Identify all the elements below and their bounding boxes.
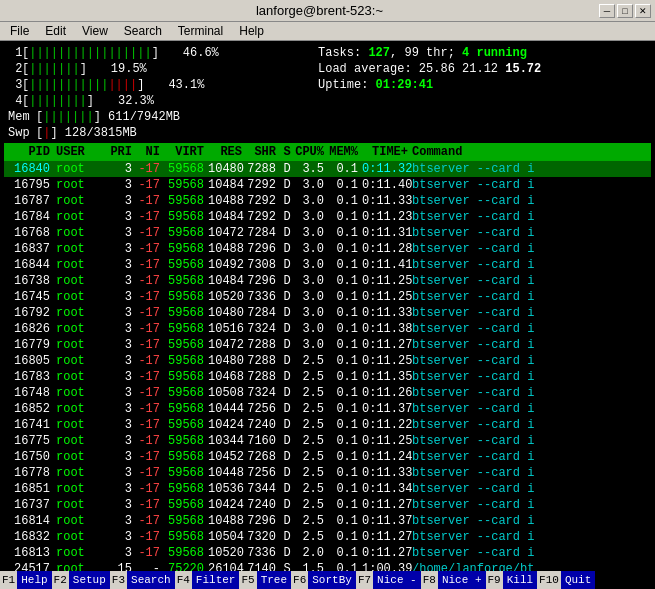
proc-s: D [280,386,294,400]
fkey-f7[interactable]: F7 Nice - [356,571,421,589]
table-row[interactable]: 16748 root 3 -17 59568 10508 7324 D 2.5 … [4,385,651,401]
proc-virt: 59568 [164,274,208,288]
cpu1-line: 1 [ ||||||||||||||||| ] 46.6% [8,45,308,61]
proc-time: 0:11.37 [362,514,412,528]
proc-shr: 7344 [246,482,280,496]
proc-ni: -17 [136,482,164,496]
proc-cmd: btserver --card i [412,402,647,416]
proc-virt: 59568 [164,450,208,464]
maximize-button[interactable]: □ [617,4,633,18]
table-row[interactable]: 16778 root 3 -17 59568 10448 7256 D 2.5 … [4,465,651,481]
minimize-button[interactable]: ─ [599,4,615,18]
cpu4-line: 4 [ |||||||| ] 32.3% [8,93,308,109]
fkey-num-F1: F1 [0,571,17,589]
fkey-f3[interactable]: F3 Search [110,571,175,589]
fkey-label-F8: Nice + [438,571,486,589]
table-row[interactable]: 16814 root 3 -17 59568 10488 7296 D 2.5 … [4,513,651,529]
table-row[interactable]: 16792 root 3 -17 59568 10480 7284 D 3.0 … [4,305,651,321]
proc-mem: 0.1 [328,258,362,272]
menu-item-view[interactable]: View [74,23,116,39]
menu-item-help[interactable]: Help [231,23,272,39]
tasks-running-suffix: running [469,46,527,60]
proc-s: D [280,498,294,512]
proc-res: 10516 [208,322,246,336]
load-v2: 21.12 [462,62,505,76]
fkey-f10[interactable]: F10 Quit [537,571,595,589]
proc-s: D [280,418,294,432]
fkey-f2[interactable]: F2 Setup [52,571,110,589]
cpu4-num: 4 [8,94,22,108]
table-row[interactable]: 16750 root 3 -17 59568 10452 7268 D 2.5 … [4,449,651,465]
table-row[interactable]: 16775 root 3 -17 59568 10344 7160 D 2.5 … [4,433,651,449]
fkey-num-F4: F4 [175,571,192,589]
tasks-line: Tasks: 127 , 99 thr; 4 running [318,45,647,61]
proc-shr: 7288 [246,162,280,176]
proc-user: root [56,514,108,528]
proc-ni: -17 [136,258,164,272]
proc-cmd: btserver --card i [412,530,647,544]
table-row[interactable]: 16738 root 3 -17 59568 10484 7296 D 3.0 … [4,273,651,289]
proc-virt: 59568 [164,514,208,528]
proc-cpu: 3.0 [294,258,328,272]
fkey-f5[interactable]: F5 Tree [239,571,291,589]
table-row[interactable]: 16741 root 3 -17 59568 10424 7240 D 2.5 … [4,417,651,433]
close-button[interactable]: ✕ [635,4,651,18]
proc-shr: 7240 [246,418,280,432]
proc-cmd: btserver --card i [412,290,647,304]
swp-line: Swp [ | ] 128/3815MB [8,125,308,141]
table-row[interactable]: 16787 root 3 -17 59568 10488 7292 D 3.0 … [4,193,651,209]
proc-user: root [56,402,108,416]
table-row[interactable]: 16851 root 3 -17 59568 10536 7344 D 2.5 … [4,481,651,497]
proc-res: 10488 [208,194,246,208]
proc-ni: -17 [136,290,164,304]
proc-pid: 16837 [8,242,56,256]
table-row[interactable]: 16844 root 3 -17 59568 10492 7308 D 3.0 … [4,257,651,273]
proc-s: D [280,226,294,240]
fkey-f8[interactable]: F8 Nice + [421,571,486,589]
table-row[interactable]: 16737 root 3 -17 59568 10424 7240 D 2.5 … [4,497,651,513]
proc-time: 0:11.25 [362,354,412,368]
proc-pri: 3 [108,402,136,416]
table-row[interactable]: 16779 root 3 -17 59568 10472 7288 D 3.0 … [4,337,651,353]
table-row[interactable]: 16784 root 3 -17 59568 10484 7292 D 3.0 … [4,209,651,225]
cpu3-line: 3 [ ||||||||||| |||| ] 43.1% [8,77,308,93]
proc-mem: 0.1 [328,226,362,240]
proc-pid: 16779 [8,338,56,352]
table-row[interactable]: 16795 root 3 -17 59568 10484 7292 D 3.0 … [4,177,651,193]
proc-res: 10520 [208,546,246,560]
fkey-f9[interactable]: F9 Kill [486,571,538,589]
cpu1-bar-green: ||||||||||||||||| [29,46,151,60]
proc-pri: 3 [108,466,136,480]
table-row[interactable]: 16805 root 3 -17 59568 10480 7288 D 2.5 … [4,353,651,369]
table-row[interactable]: 16852 root 3 -17 59568 10444 7256 D 2.5 … [4,401,651,417]
menu-item-file[interactable]: File [2,23,37,39]
proc-mem: 0.1 [328,338,362,352]
proc-user: root [56,210,108,224]
table-row[interactable]: 16837 root 3 -17 59568 10488 7296 D 3.0 … [4,241,651,257]
table-row[interactable]: 16826 root 3 -17 59568 10516 7324 D 3.0 … [4,321,651,337]
proc-mem: 0.1 [328,162,362,176]
proc-time: 0:11.26 [362,386,412,400]
table-row[interactable]: 16768 root 3 -17 59568 10472 7284 D 3.0 … [4,225,651,241]
proc-mem: 0.1 [328,386,362,400]
proc-mem: 0.1 [328,354,362,368]
table-row[interactable]: 16745 root 3 -17 59568 10520 7336 D 3.0 … [4,289,651,305]
fkey-f4[interactable]: F4 Filter [175,571,240,589]
proc-pri: 3 [108,290,136,304]
table-row[interactable]: 16783 root 3 -17 59568 10468 7288 D 2.5 … [4,369,651,385]
proc-shr: 7324 [246,322,280,336]
menu-item-search[interactable]: Search [116,23,170,39]
menu-item-edit[interactable]: Edit [37,23,74,39]
table-row[interactable]: 16813 root 3 -17 59568 10520 7336 D 2.0 … [4,545,651,561]
proc-ni: -17 [136,370,164,384]
fkey-f6[interactable]: F6 SortBy [291,571,356,589]
table-row[interactable]: 16840 root 3 -17 59568 10480 7288 D 3.5 … [4,161,651,177]
menu-item-terminal[interactable]: Terminal [170,23,231,39]
proc-virt: 59568 [164,226,208,240]
tasks-label: Tasks: [318,46,368,60]
proc-ni: -17 [136,466,164,480]
fkey-f1[interactable]: F1 Help [0,571,52,589]
proc-s: D [280,162,294,176]
table-row[interactable]: 16832 root 3 -17 59568 10504 7320 D 2.5 … [4,529,651,545]
proc-pid: 16768 [8,226,56,240]
